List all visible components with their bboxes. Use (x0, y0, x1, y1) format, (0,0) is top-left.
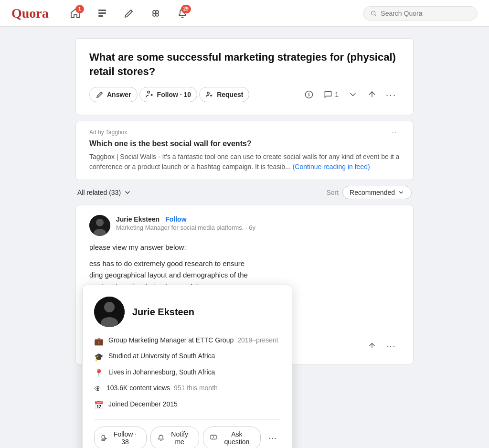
svg-rect-0 (98, 10, 106, 11)
header: Quora 1 (0, 0, 489, 27)
briefcase-icon: 💼 (94, 336, 104, 347)
popup-education: 🎓 Studied at University of South Africa (94, 352, 280, 363)
svg-rect-2 (98, 15, 103, 17)
quora-logo[interactable]: Quora (11, 6, 49, 21)
author-subtitle: Marketing Manager for social media platf… (116, 224, 400, 231)
answer-meta: Jurie Eksteen Follow Marketing Manager f… (116, 215, 400, 231)
popup-follow-icon (101, 434, 108, 442)
follow-button[interactable]: Follow · 10 (139, 87, 198, 102)
bell-small-icon (158, 434, 164, 442)
answer-more-button[interactable]: ··· (383, 337, 400, 354)
nav-edit[interactable] (119, 4, 138, 23)
location-icon: 📍 (94, 368, 104, 379)
profile-popup: Jurie Eksteen 💼 Group Marketing Manager … (82, 285, 292, 448)
edit-icon (123, 8, 135, 19)
popup-more-button[interactable]: ··· (265, 430, 280, 445)
ad-card: Ad by Taggbox ··· Which one is the best … (75, 121, 414, 180)
notification-badge: 29 (181, 5, 191, 13)
popup-footer: Follow · 38 Notify me Ask question ··· (94, 419, 280, 448)
views-icon: 👁 (94, 384, 102, 395)
downvote-button[interactable] (344, 86, 361, 103)
comment-count: 1 (335, 91, 339, 98)
all-related-button[interactable]: All related (33) (77, 189, 131, 196)
nav-notifications[interactable]: 29 (173, 4, 192, 23)
calendar-icon: 📅 (94, 400, 104, 411)
answer-header: Jurie Eksteen Follow Marketing Manager f… (89, 215, 400, 236)
nav-icons: 1 (66, 4, 192, 23)
popup-views: 👁 103.6K content views 951 this month (94, 384, 280, 395)
info-button[interactable] (300, 86, 318, 103)
request-icon (205, 90, 214, 99)
more-button[interactable]: ··· (383, 86, 400, 103)
nav-home[interactable]: 1 (66, 4, 85, 23)
sort-button[interactable]: Recommended (342, 186, 412, 199)
ad-text: Taggbox | Social Walls - It's a fantasti… (89, 152, 400, 172)
author-avatar (89, 215, 110, 236)
svg-rect-18 (211, 435, 216, 439)
search-icon (370, 10, 377, 17)
popup-notify-button[interactable]: Notify me (150, 427, 199, 448)
popup-name[interactable]: Jurie Eksteen (132, 307, 194, 318)
popup-follow-button[interactable]: Follow · 38 (94, 427, 147, 448)
answer-share-icon (368, 341, 376, 350)
ad-label: Ad by Taggbox ··· (89, 129, 400, 136)
popup-avatar-image (94, 297, 125, 327)
filters-row: All related (33) Sort Recommended (75, 186, 414, 199)
main-content: What are some successful marketing strat… (68, 27, 421, 376)
svg-point-12 (96, 219, 104, 226)
chevron-down-icon (124, 189, 131, 196)
popup-location: 📍 Lives in Johannesburg, South Africa (94, 368, 280, 379)
search-bar[interactable] (363, 6, 478, 21)
answer-button[interactable]: Answer (89, 87, 138, 102)
comment-icon (323, 90, 333, 99)
question-title: What are some successful marketing strat… (89, 50, 400, 78)
answer-share-button[interactable] (363, 337, 381, 354)
popup-info-list: 💼 Group Marketing Manager at ETTC Group … (94, 336, 280, 411)
question-actions: Answer Follow · 10 Request (89, 86, 400, 103)
author-name[interactable]: Jurie Eksteen (116, 215, 159, 223)
svg-rect-1 (98, 12, 106, 14)
ad-continue-link[interactable]: (Continue reading in feed) (293, 163, 370, 171)
ad-more-button[interactable]: ··· (392, 129, 400, 136)
answer-icon (96, 90, 104, 99)
request-button[interactable]: Request (199, 87, 249, 102)
ask-icon (210, 434, 217, 442)
comment-button[interactable]: 1 (319, 86, 342, 103)
author-follow-link[interactable]: Follow (165, 215, 186, 223)
svg-point-9 (207, 92, 210, 95)
info-icon (304, 90, 314, 99)
follow-label: Follow · 10 (157, 91, 191, 98)
question-card: What are some successful marketing strat… (75, 38, 414, 115)
popup-header: Jurie Eksteen (94, 297, 280, 327)
svg-point-15 (104, 302, 115, 312)
ad-title: Which one is the best social wall for ev… (89, 139, 400, 148)
downvote-icon (348, 90, 358, 99)
svg-point-5 (156, 11, 159, 13)
sort-chevron-icon (398, 189, 404, 196)
avatar-image (89, 215, 110, 236)
popup-avatar (94, 297, 125, 327)
popup-job: 💼 Group Marketing Manager at ETTC Group … (94, 336, 280, 347)
follow-icon (146, 90, 154, 99)
search-input[interactable] (381, 10, 470, 17)
nav-spaces[interactable] (146, 4, 165, 23)
popup-joined: 📅 Joined December 2015 (94, 400, 280, 411)
svg-point-6 (153, 13, 156, 16)
popup-ask-button[interactable]: Ask question (203, 427, 261, 448)
share-icon (367, 90, 377, 99)
share-button[interactable] (363, 86, 381, 103)
answers-icon (96, 8, 108, 19)
nav-answers[interactable] (93, 4, 112, 23)
sort-wrap: Sort Recommended (326, 186, 412, 199)
graduation-icon: 🎓 (94, 352, 104, 363)
spaces-icon (150, 8, 161, 19)
home-badge: 1 (75, 5, 84, 13)
author-line: Jurie Eksteen Follow (116, 215, 400, 223)
svg-point-8 (147, 91, 149, 94)
svg-rect-17 (102, 436, 105, 438)
svg-point-7 (371, 11, 375, 15)
